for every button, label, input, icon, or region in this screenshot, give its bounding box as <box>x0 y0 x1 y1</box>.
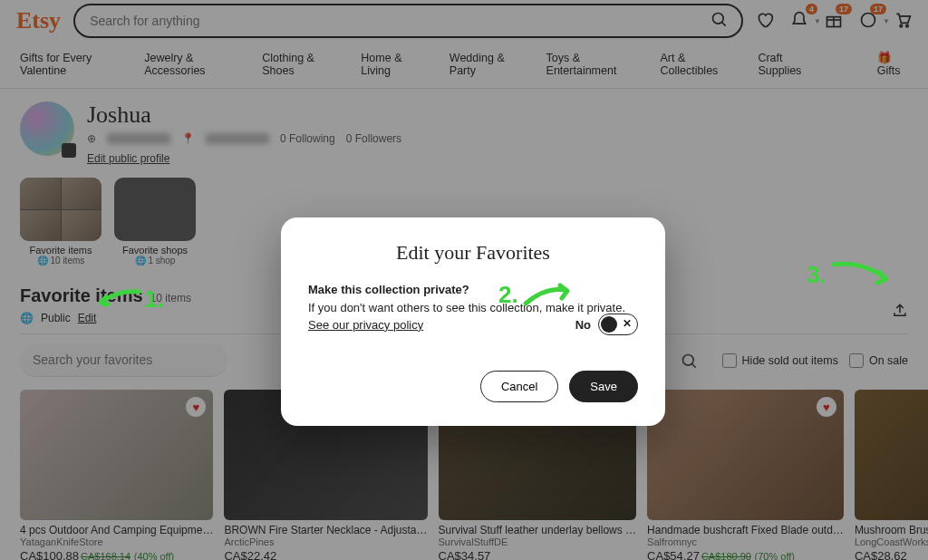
x-icon: ✕ <box>623 317 632 330</box>
cancel-button[interactable]: Cancel <box>480 371 558 402</box>
toggle-label: No <box>575 318 591 332</box>
private-toggle[interactable]: ✕ <box>598 314 638 335</box>
privacy-policy-link[interactable]: See our privacy policy <box>308 318 423 332</box>
modal-question: Make this collection private? <box>308 283 638 296</box>
modal-title: Edit your Favorites <box>308 241 638 265</box>
edit-favorites-modal: Edit your Favorites Make this collection… <box>281 217 665 426</box>
save-button[interactable]: Save <box>569 371 638 402</box>
